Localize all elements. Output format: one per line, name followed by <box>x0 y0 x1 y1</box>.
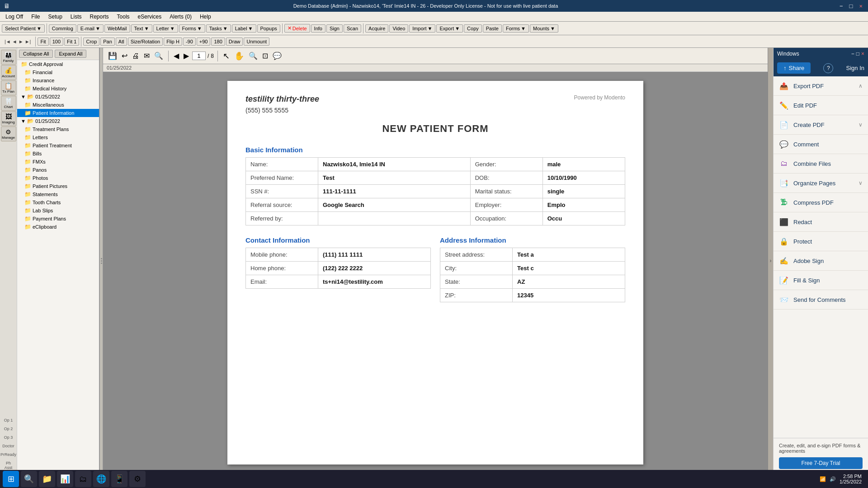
sidebar-chart-icon[interactable]: 🦷 Chart <box>1 96 16 111</box>
tree-item-letters[interactable]: 📁 Letters <box>17 133 99 141</box>
size-rotation-btn[interactable]: Size/Rotation <box>128 38 163 46</box>
op3-label[interactable]: Op 3 <box>2 433 15 441</box>
crop-tool-btn[interactable]: ⊡ <box>261 50 269 61</box>
fill-sign-action[interactable]: 📝 Fill & Sign <box>774 271 868 290</box>
select-patient-btn[interactable]: Select Patient ▼ <box>2 24 45 33</box>
tree-item-tooth-charts[interactable]: 📁 Tooth Charts <box>17 198 99 206</box>
forms-btn[interactable]: Forms▼ <box>179 24 205 33</box>
tree-item-payment-plans[interactable]: 📁 Payment Plans <box>17 215 99 223</box>
acquire-btn[interactable]: Acquire <box>365 24 388 33</box>
taskbar-app-btn[interactable]: 📱 <box>111 471 127 487</box>
sign-in-button[interactable]: Sign In <box>846 65 864 71</box>
zoom-in-btn[interactable]: 🔍 <box>247 50 259 61</box>
window-controls[interactable]: − □ × <box>838 3 864 9</box>
taskbar-settings-btn[interactable]: ⚙ <box>129 471 146 487</box>
sidebar-manage-icon[interactable]: ⚙ Manage <box>1 127 16 141</box>
pan-btn[interactable]: Pan <box>100 38 115 46</box>
collapse-all-btn[interactable]: Collapse All <box>19 50 53 58</box>
fliph-btn[interactable]: Flip H <box>164 38 182 46</box>
webmail-btn[interactable]: WebMail <box>104 24 130 33</box>
delete-btn[interactable]: ✕ Delete <box>284 24 310 33</box>
select-tool-btn[interactable]: ↖ <box>222 50 231 62</box>
expand-all-btn[interactable]: Expand All <box>55 50 86 58</box>
prev-page-btn[interactable]: ◀ <box>172 50 180 61</box>
tree-item-insurance[interactable]: 📁 Insurance <box>17 76 99 84</box>
edit-pdf-action[interactable]: ✏️ Edit PDF <box>774 96 868 115</box>
right-panel-close[interactable]: × <box>861 51 864 57</box>
letter-btn[interactable]: Letter▼ <box>153 24 178 33</box>
adobe-sign-action[interactable]: ✍️ Adobe Sign <box>774 251 868 271</box>
menu-setup[interactable]: Setup <box>44 13 66 21</box>
close-button[interactable]: × <box>857 3 864 9</box>
search-doc-btn[interactable]: 🔍 <box>153 50 165 61</box>
combine-files-action[interactable]: 🗂 Combine Files <box>774 154 868 174</box>
print-btn[interactable]: 🖨 <box>131 51 141 61</box>
rot-neg90-btn[interactable]: -90 <box>183 38 196 46</box>
tree-item-bills[interactable]: 📁 Bills <box>17 150 99 158</box>
popups-btn[interactable]: Popups <box>257 24 280 33</box>
menu-help[interactable]: Help <box>196 13 215 21</box>
hand-tool-btn[interactable]: ✋ <box>233 50 245 62</box>
scan-btn[interactable]: Scan <box>344 24 361 33</box>
op1-label[interactable]: Op 1 <box>2 416 15 424</box>
doctor-label[interactable]: Doctor <box>0 442 16 450</box>
info-btn[interactable]: Info <box>311 24 326 33</box>
taskbar-search-btn[interactable]: 🔍 <box>21 471 37 487</box>
sidebar-txplan-icon[interactable]: 📋 Tx Plan <box>1 80 16 95</box>
sign-btn[interactable]: Sign <box>326 24 343 33</box>
page-number-input[interactable] <box>192 52 206 60</box>
sidebar-family-icon[interactable]: 👨‍👩‍👧 Family <box>1 50 16 65</box>
trial-button[interactable]: Free 7-Day Trial <box>779 457 863 469</box>
minimize-button[interactable]: − <box>838 3 845 9</box>
menu-eservices[interactable]: eServices <box>134 13 165 21</box>
tree-item-patient-treatment[interactable]: 📁 Patient Treatment <box>17 141 99 150</box>
share-button[interactable]: ↑ Share <box>777 62 811 74</box>
tree-item-treatment-plans[interactable]: 📁 Treatment Plans <box>17 125 99 133</box>
label-btn[interactable]: Label▼ <box>232 24 256 33</box>
help-button[interactable]: ? <box>823 63 833 73</box>
right-collapse-btn[interactable]: › <box>768 48 773 474</box>
fit-btn[interactable]: Fit <box>38 38 48 46</box>
unmount-btn[interactable]: Unmount <box>244 38 269 46</box>
commlog-btn[interactable]: Commlog <box>49 24 76 33</box>
tree-item-fmxs[interactable]: 📁 FMXs <box>17 158 99 166</box>
menu-logoff[interactable]: Log Off <box>2 13 27 21</box>
create-pdf-action[interactable]: 📄 Create PDF ∨ <box>774 115 868 135</box>
taskbar-chrome-btn[interactable]: 🌐 <box>93 471 109 487</box>
email-btn[interactable]: E-mail▼ <box>77 24 104 33</box>
rot-pos90-btn[interactable]: +90 <box>197 38 211 46</box>
crop-btn[interactable]: Crop <box>83 38 99 46</box>
comment-action[interactable]: 💬 Comment <box>774 135 868 154</box>
video-btn[interactable]: Video <box>389 24 408 33</box>
tree-item-miscellaneous[interactable]: 📁 Miscellaneous <box>17 101 99 109</box>
prready-label[interactable]: PrReady <box>0 450 18 459</box>
select-patient-dropdown-icon[interactable]: ▼ <box>37 26 42 31</box>
taskbar-file-explorer-btn[interactable]: 📁 <box>39 471 55 487</box>
menu-tools[interactable]: Tools <box>113 13 133 21</box>
copy-btn[interactable]: Copy <box>464 24 482 33</box>
taskbar-folder-btn[interactable]: 🗂 <box>75 471 91 487</box>
menu-alerts[interactable]: Alerts (0) <box>166 13 195 21</box>
tree-item-statements[interactable]: 📁 Statements <box>17 190 99 198</box>
next-page-btn[interactable]: ▶ <box>182 50 190 61</box>
right-panel-restore[interactable]: □ <box>856 51 859 57</box>
rot180-btn[interactable]: 180 <box>211 38 225 46</box>
paste-btn[interactable]: Paste <box>483 24 502 33</box>
back-btn[interactable]: ↩ <box>120 50 129 61</box>
tree-item-financial[interactable]: 📁 Financial <box>17 68 99 76</box>
compress-pdf-action[interactable]: 🗜 Compress PDF <box>774 193 868 212</box>
comment-tool-btn[interactable]: 💬 <box>271 50 283 61</box>
export-pdf-action[interactable]: 📤 Export PDF ∧ <box>774 76 868 96</box>
protect-action[interactable]: 🔒 Protect <box>774 232 868 251</box>
taskbar-start-btn[interactable]: ⊞ <box>3 471 19 487</box>
zoom100-btn[interactable]: 100 <box>50 38 63 46</box>
resize-handle[interactable] <box>99 48 103 474</box>
menu-lists[interactable]: Lists <box>67 13 85 21</box>
fit1-btn[interactable]: Fit 1 <box>64 38 79 46</box>
save-doc-btn[interactable]: 💾 <box>107 50 118 61</box>
tree-item-eclipboard[interactable]: 📁 eClipboard <box>17 223 99 231</box>
tree-item-credit-approval[interactable]: 📁 Credit Approval <box>17 60 99 68</box>
tree-item-date-2[interactable]: ▼ 📂 01/25/2022 <box>17 117 99 125</box>
op2-label[interactable]: Op 2 <box>2 425 15 433</box>
tree-item-panos[interactable]: 📁 Panos <box>17 166 99 174</box>
